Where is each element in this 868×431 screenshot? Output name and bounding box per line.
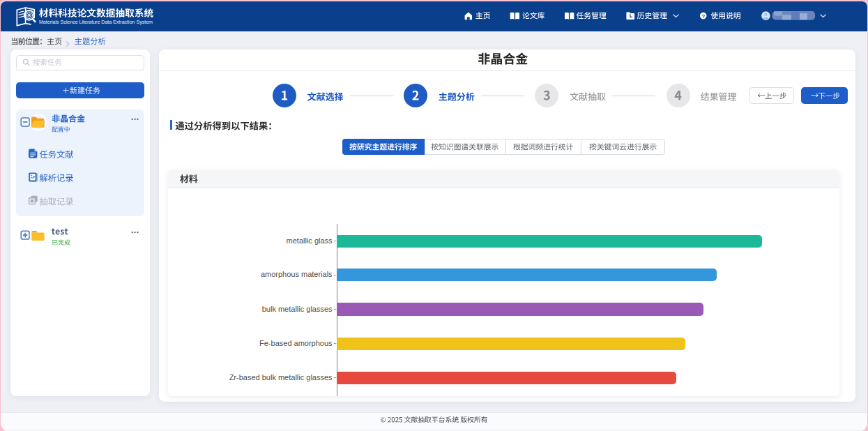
svg-text:?: ? — [701, 13, 705, 20]
